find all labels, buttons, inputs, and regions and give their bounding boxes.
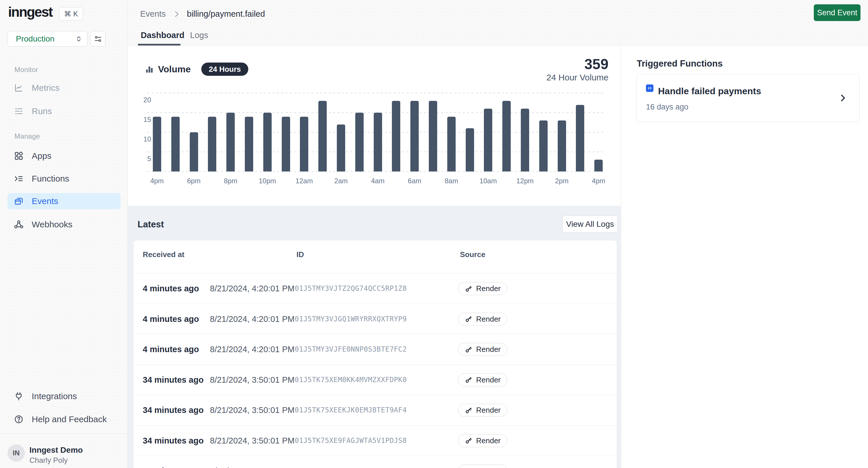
apps-grid-icon <box>14 151 24 161</box>
sidebar-item-metrics[interactable]: Metrics <box>7 80 121 96</box>
triggered-function-card[interactable] <box>636 74 860 122</box>
y-axis-tick-label: 15 <box>134 115 151 124</box>
key-icon <box>465 467 473 468</box>
environment-value: Production <box>16 34 55 43</box>
breadcrumb-current: billing/payment.failed <box>187 9 265 19</box>
source-badge[interactable]: Render <box>458 282 507 295</box>
avatar[interactable]: IN <box>7 444 25 462</box>
received-relative-time: 34 minutes ago <box>143 375 204 385</box>
volume-bar <box>282 117 290 171</box>
sidebar-item-events[interactable]: Events <box>7 193 121 209</box>
source-badge[interactable]: Render <box>458 404 507 417</box>
sidebar-item-apps[interactable]: Apps <box>7 148 121 164</box>
triggered-functions-title: Triggered Functions <box>637 59 723 69</box>
chevron-right-icon <box>172 9 181 19</box>
received-relative-time: 4 minutes ago <box>143 345 199 354</box>
source-badge[interactable]: Render <box>458 434 507 447</box>
help-circle-icon <box>14 414 24 424</box>
volume-bar <box>576 105 584 171</box>
volume-bar <box>502 101 511 171</box>
source-badge-label: Render <box>476 375 501 385</box>
received-timestamp: 8/21/2024, 4:20:01 PM <box>210 345 294 354</box>
source-badge[interactable]: Render <box>458 465 507 468</box>
table-row[interactable]: 44 minutes ago8/21/2024, 3:40:01 PM01J5T… <box>133 456 617 468</box>
volume-total-label: 24 Hour Volume <box>519 73 609 82</box>
table-row[interactable]: 34 minutes ago8/21/2024, 3:50:01 PM01J5T… <box>133 365 617 395</box>
volume-bar <box>153 117 161 171</box>
table-row[interactable]: 34 minutes ago8/21/2024, 3:50:01 PM01J5T… <box>133 395 617 425</box>
x-axis-tick-label: 6am <box>397 177 432 185</box>
sliders-icon <box>94 35 102 43</box>
event-id: 01J5TK75XEM0KK4MVMZXXFDPK0 <box>295 376 407 384</box>
events-table-body: 4 minutes ago8/21/2024, 4:20:01 PM01J5TM… <box>133 273 617 468</box>
bar-chart-icon <box>145 65 154 74</box>
user-org-name: Inngest Demo <box>29 445 83 455</box>
source-badge[interactable]: Render <box>458 343 507 356</box>
environment-settings-button[interactable] <box>90 31 105 47</box>
x-axis-tick-label: 10am <box>471 177 505 185</box>
source-badge-label: Render <box>476 345 501 354</box>
table-row[interactable]: 4 minutes ago8/21/2024, 4:20:01 PM01J5TM… <box>133 334 617 365</box>
source-badge[interactable]: Render <box>458 373 507 387</box>
app-window: inngest ⌘ K Production Monitor Metrics <box>0 0 868 468</box>
table-row[interactable]: 4 minutes ago8/21/2024, 4:20:01 PM01J5TM… <box>133 304 617 334</box>
send-event-button[interactable]: Send Event <box>814 4 861 21</box>
command-k-shortcut[interactable]: ⌘ K <box>59 7 83 21</box>
volume-bar <box>447 117 456 171</box>
volume-bar <box>245 117 253 171</box>
volume-bar <box>410 101 419 171</box>
source-badge[interactable]: Render <box>458 313 507 326</box>
table-row[interactable]: 4 minutes ago8/21/2024, 4:20:01 PM01J5TM… <box>133 273 617 304</box>
x-axis-tick-label: 6pm <box>177 177 211 185</box>
volume-bar <box>392 101 400 171</box>
sidebar-item-integrations[interactable]: Integrations <box>7 388 121 404</box>
column-header-received-at: Received at <box>143 250 185 259</box>
sidebar-item-help[interactable]: Help and Feedback <box>7 411 121 427</box>
sidebar-item-label: Functions <box>32 174 69 183</box>
volume-bar <box>263 113 272 171</box>
sidebar-section-manage: Manage <box>14 132 40 140</box>
key-icon <box>465 285 473 293</box>
volume-bar <box>226 113 235 171</box>
key-icon <box>465 406 473 414</box>
source-badge-label: Render <box>476 315 501 324</box>
received-timestamp: 8/21/2024, 3:50:01 PM <box>210 375 294 385</box>
event-id: 01J5TMY3VJTZ2QG74QCC5RP1Z8 <box>295 285 407 293</box>
column-header-id: ID <box>297 250 304 259</box>
webhook-icon <box>14 220 24 229</box>
topbar-background <box>128 0 868 45</box>
sidebar-item-label: Runs <box>32 106 52 116</box>
tab-dashboard[interactable]: Dashboard <box>141 31 184 40</box>
environment-select[interactable]: Production <box>7 31 87 47</box>
y-axis-tick-label: 10 <box>134 135 151 143</box>
sidebar-item-runs[interactable]: Runs <box>7 103 121 119</box>
x-axis-tick-label: 10pm <box>250 177 285 185</box>
sidebar-section-monitor: Monitor <box>14 66 38 74</box>
event-id: 01J5TK75XEEKJK0EMJBTET9AF4 <box>295 406 407 414</box>
received-relative-time: 34 minutes ago <box>143 436 204 445</box>
sidebar-item-label: Webhooks <box>32 220 72 229</box>
x-axis-tick-label: 4pm <box>140 177 175 185</box>
x-axis-tick-label: 12pm <box>508 177 542 185</box>
volume-bar <box>429 101 437 171</box>
table-row[interactable]: 34 minutes ago8/21/2024, 3:50:01 PM01J5T… <box>133 425 617 456</box>
chart-gridline <box>147 93 605 93</box>
sidebar-item-functions[interactable]: Functions <box>7 171 121 187</box>
volume-bar <box>484 109 492 171</box>
volume-bar <box>318 101 327 171</box>
received-timestamp: 8/21/2024, 4:20:01 PM <box>210 314 294 324</box>
inngest-logo[interactable]: inngest <box>8 4 52 20</box>
tab-logs[interactable]: Logs <box>190 31 208 40</box>
y-axis-tick-label: 5 <box>134 155 151 163</box>
sidebar-item-label: Metrics <box>32 83 60 93</box>
breadcrumb-events[interactable]: Events <box>140 9 166 19</box>
volume-title: Volume <box>158 64 191 75</box>
function-name[interactable]: Handle failed payments <box>658 86 761 97</box>
view-all-logs-button[interactable]: View All Logs <box>562 215 618 233</box>
x-axis-tick-label: 8pm <box>213 177 248 185</box>
source-badge-label: Render <box>476 406 501 415</box>
sidebar-item-webhooks[interactable]: Webhooks <box>7 216 121 233</box>
event-id: 01J5TMY3VJGQ1WRYRRXQXTRYP9 <box>295 315 407 323</box>
key-icon <box>465 376 473 384</box>
time-range-badge: 24 Hours <box>201 63 248 76</box>
